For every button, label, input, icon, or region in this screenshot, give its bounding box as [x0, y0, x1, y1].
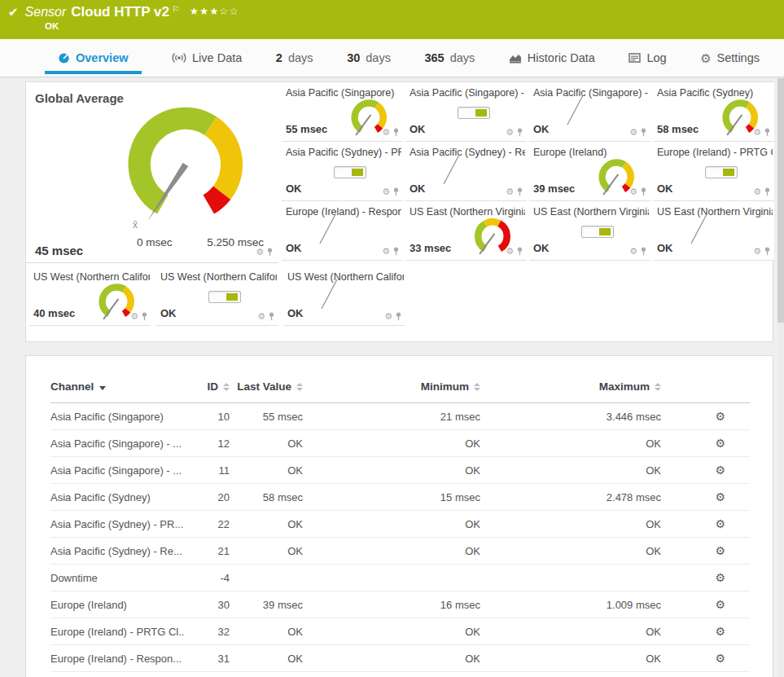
log-icon: [629, 53, 641, 63]
channel-panel-us-east-northern-virginia-10[interactable]: US East (Northern Virginia) - ...OK⚙: [529, 201, 650, 261]
sensor-kind-label: Sensor: [25, 5, 67, 20]
pin-icon[interactable]: [268, 312, 275, 321]
pin-icon[interactable]: [640, 128, 647, 137]
channel-panel-europe-ireland-prtg-cloud-7[interactable]: Europe (Ireland) - PRTG Cloud...OK⚙: [653, 142, 774, 201]
tab-number: 2: [276, 51, 283, 64]
channel-panel-asia-pacific-singapore-res-2[interactable]: Asia Pacific (Singapore) - Res...OK⚙: [529, 82, 650, 142]
channel-panel-value: OK: [286, 182, 302, 195]
gear-icon[interactable]: ⚙: [753, 247, 761, 256]
sort-icon: [655, 383, 661, 391]
tab-log[interactable]: Log: [625, 39, 669, 77]
pin-icon[interactable]: [516, 247, 523, 256]
priority-stars[interactable]: ★★★☆☆: [190, 5, 239, 17]
cell-channel: Europe (Ireland) - Respon...: [50, 645, 185, 672]
gear-icon[interactable]: ⚙: [257, 312, 265, 321]
channel-toggle[interactable]: [334, 166, 366, 178]
tab-2-days[interactable]: 2days: [273, 39, 317, 77]
channel-panel-title: Asia Pacific (Singapore) - PR...: [410, 87, 525, 99]
pin-icon[interactable]: [764, 247, 771, 256]
gear-icon[interactable]: ⚙: [384, 312, 392, 321]
channel-toggle[interactable]: [458, 107, 490, 119]
channel-toggle[interactable]: [705, 166, 738, 178]
channel-panel-us-west-northern-california-13[interactable]: US West (Northern California)...OK⚙: [156, 266, 278, 326]
channel-panel-value: 40 msec: [33, 307, 75, 319]
channel-settings-gear-icon[interactable]: ⚙: [715, 437, 725, 450]
pin-icon[interactable]: [764, 128, 771, 137]
channel-panel-us-east-northern-virginia-11[interactable]: US East (Northern Virginia) - ...OK⚙: [653, 201, 774, 261]
mean-symbol: x̄: [133, 219, 138, 231]
gear-icon[interactable]: ⚙: [753, 128, 761, 137]
tab-historic-data[interactable]: Historic Data: [506, 39, 598, 77]
pin-icon[interactable]: [640, 247, 647, 256]
pin-icon[interactable]: [141, 312, 148, 321]
channel-settings-gear-icon[interactable]: ⚙: [715, 490, 725, 503]
cell-id: 30: [185, 591, 230, 618]
global-average-panel[interactable]: Global Average x̄ 0 msec 5.250 msec 45 m…: [26, 82, 278, 263]
channel-settings-gear-icon[interactable]: ⚙: [715, 571, 725, 584]
tab-label: Historic Data: [528, 51, 595, 64]
pin-icon[interactable]: [392, 187, 400, 196]
pin-icon[interactable]: [266, 248, 274, 257]
pin-icon[interactable]: [395, 312, 402, 321]
tab-label: days: [366, 51, 391, 64]
channel-panel-us-west-northern-california-14[interactable]: US West (Northern California)...OK⚙: [283, 266, 405, 326]
channel-panel-asia-pacific-singapore-0[interactable]: Asia Pacific (Singapore)55 msec⚙: [282, 82, 403, 142]
scrollbar[interactable]: [777, 78, 784, 677]
column-header-last-value[interactable]: Last Value: [230, 372, 303, 403]
gear-icon[interactable]: ⚙: [629, 128, 637, 137]
channel-panel-asia-pacific-sydney-prtg-4[interactable]: Asia Pacific (Sydney) - PRTG ...OK⚙: [282, 142, 403, 201]
channel-settings-gear-icon[interactable]: ⚙: [715, 652, 725, 665]
gear-icon[interactable]: ⚙: [382, 247, 390, 256]
channel-settings-gear-icon[interactable]: ⚙: [715, 598, 725, 611]
channel-settings-gear-icon[interactable]: ⚙: [715, 544, 725, 557]
pin-icon[interactable]: [764, 187, 771, 196]
channel-panel-us-east-northern-virginia-9[interactable]: US East (Northern Virginia)33 msec⚙: [405, 201, 527, 261]
scrollbar-thumb[interactable]: [777, 78, 784, 323]
gear-icon[interactable]: ⚙: [629, 187, 637, 196]
channel-settings-gear-icon[interactable]: ⚙: [715, 517, 725, 530]
channel-toggle[interactable]: [208, 291, 241, 303]
cell-last-value: 39 msec: [230, 591, 303, 618]
channel-panel-asia-pacific-singapore-pr-1[interactable]: Asia Pacific (Singapore) - PR...OK⚙: [405, 82, 527, 142]
channel-settings-gear-icon[interactable]: ⚙: [715, 464, 725, 477]
tab-overview[interactable]: Overview: [45, 39, 142, 77]
channel-settings-gear-icon[interactable]: ⚙: [715, 625, 725, 638]
channel-panel-asia-pacific-sydney-3[interactable]: Asia Pacific (Sydney)58 msec⚙: [653, 82, 774, 142]
gear-icon[interactable]: ⚙: [506, 128, 514, 137]
channel-panel-value: OK: [287, 307, 304, 319]
gear-icon[interactable]: ⚙: [382, 187, 390, 196]
channel-settings-gear-icon[interactable]: ⚙: [715, 410, 725, 423]
column-header-maximum[interactable]: Maximum: [480, 372, 661, 403]
flag-icon[interactable]: ⚐: [172, 4, 180, 15]
pin-icon[interactable]: [516, 187, 523, 196]
sensor-title: Cloud HTTP v2: [71, 4, 169, 20]
tab-365-days[interactable]: 365days: [421, 39, 478, 77]
channel-panel-title: US West (Northern California)...: [160, 271, 277, 283]
pin-icon[interactable]: [516, 128, 523, 137]
pin-icon[interactable]: [392, 128, 400, 137]
channel-panel-europe-ireland-6[interactable]: Europe (Ireland)39 msec⚙: [529, 142, 650, 201]
channel-panel-us-west-northern-california-12[interactable]: US West (Northern California)40 msec⚙: [29, 266, 151, 326]
gear-icon[interactable]: ⚙: [256, 248, 264, 257]
tab-live-data[interactable]: Live Data: [169, 39, 245, 77]
gear-icon[interactable]: ⚙: [506, 187, 514, 196]
tab-settings[interactable]: ⚙Settings: [697, 39, 763, 77]
gear-icon[interactable]: ⚙: [753, 187, 761, 196]
pin-icon[interactable]: [640, 187, 647, 196]
gear-icon[interactable]: ⚙: [506, 247, 514, 256]
channel-panel-europe-ireland-response-c-8[interactable]: Europe (Ireland) - Response C...OK⚙: [282, 201, 403, 261]
channel-toggle[interactable]: [581, 226, 614, 238]
channel-panel-asia-pacific-sydney-respo-5[interactable]: Asia Pacific (Sydney) - Respo...OK⚙: [405, 142, 527, 201]
cell-id: 32: [185, 618, 230, 645]
column-header-channel[interactable]: Channel: [50, 372, 185, 403]
column-header-id[interactable]: ID: [185, 372, 230, 403]
channel-panel-value: 33 msec: [410, 242, 451, 254]
column-header-minimum[interactable]: Minimum: [303, 372, 480, 403]
cell-id: 10: [185, 403, 230, 430]
column-header-actions: [661, 372, 750, 403]
gear-icon[interactable]: ⚙: [382, 128, 390, 137]
gear-icon[interactable]: ⚙: [130, 312, 138, 321]
tab-30-days[interactable]: 30days: [344, 39, 394, 77]
pin-icon[interactable]: [392, 247, 400, 256]
gear-icon[interactable]: ⚙: [629, 247, 637, 256]
